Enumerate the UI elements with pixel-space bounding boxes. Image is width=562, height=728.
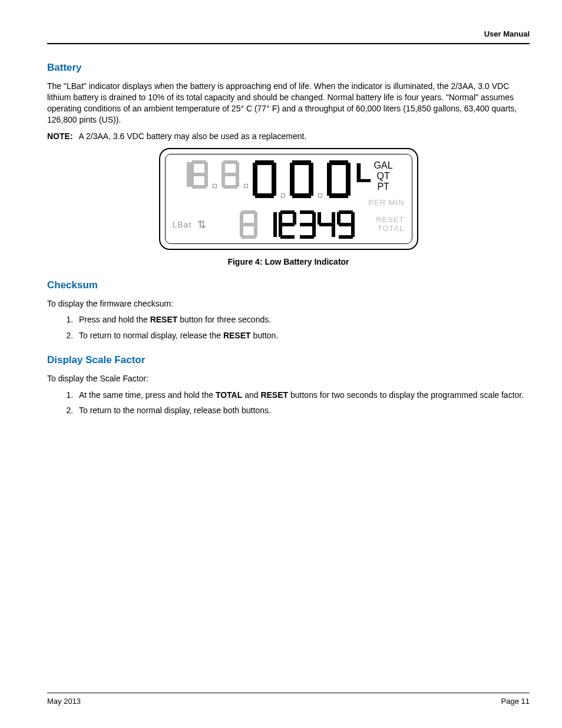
small-digits [240, 210, 355, 239]
decimal-box-icon [213, 184, 217, 188]
heading-battery: Battery [47, 62, 530, 74]
unit-ghost-stack: GAL QT PT [374, 160, 393, 192]
decimal-box-icon [318, 193, 322, 197]
step-text: Press and hold the [79, 315, 150, 324]
big-digit [327, 160, 351, 198]
step-text: button for three seconds. [177, 315, 271, 324]
small-digit [337, 210, 355, 239]
checksum-steps: Press and hold the RESET button for thre… [75, 314, 530, 341]
note-line: NOTE: A 2/3AA, 3.6 VDC battery may also … [47, 131, 530, 141]
lcd-top-row: L GAL QT PT [173, 160, 405, 198]
decimal-box-icon [244, 184, 248, 188]
note-text: A 2/3AA, 3.6 VDC battery may also be use… [79, 131, 307, 141]
header-title: User Manual [484, 29, 530, 38]
unit-active: L [355, 160, 372, 192]
big-digits [253, 160, 351, 198]
step-text: To return to the normal display, release… [79, 406, 271, 415]
small-digit [259, 210, 277, 239]
unit-gal: GAL [374, 160, 393, 171]
lcd-frame: L GAL QT PT PER MIN LBat ⇅ [159, 148, 418, 250]
ghost-digit [190, 160, 208, 189]
small-digit [298, 210, 316, 239]
footer-page: Page 11 [501, 697, 530, 706]
note-label: NOTE: [47, 131, 73, 141]
lcd-inner: L GAL QT PT PER MIN LBat ⇅ [165, 154, 412, 244]
unit-pt: PT [374, 182, 393, 192]
step-text: At the same time, press and hold the [79, 390, 216, 400]
lcd-bottom-row: LBat ⇅ [173, 210, 405, 239]
ghost-digit [222, 160, 239, 189]
page-footer: May 2013 Page 11 [47, 693, 530, 706]
ghost-small-digit [240, 210, 257, 239]
ghost-digits [190, 160, 249, 189]
big-digit [290, 160, 313, 198]
flow-arrows-icon: ⇅ [197, 218, 207, 231]
step-text: button. [251, 331, 279, 340]
lbat-label: LBat [173, 220, 192, 229]
lbat-area: LBat ⇅ [173, 218, 207, 231]
figure-caption: Figure 4: Low Battery Indicator [47, 257, 530, 266]
step-bold: RESET [223, 331, 251, 340]
page-header: User Manual [47, 29, 530, 44]
heading-scale: Display Scale Factor [47, 354, 530, 366]
list-item: At the same time, press and hold the TOT… [75, 389, 530, 401]
step-text: To return to normal display, release the [79, 331, 223, 340]
list-item: Press and hold the RESET button for thre… [75, 314, 530, 325]
checksum-intro: To display the firmware checksum: [47, 298, 530, 309]
list-item: To return to the normal display, release… [75, 404, 530, 416]
scale-steps: At the same time, press and hold the TOT… [75, 389, 530, 417]
ghost-digit [173, 160, 190, 189]
per-min-label: PER MIN [173, 198, 405, 207]
decimal-box-icon [281, 193, 285, 197]
heading-checksum: Checksum [47, 279, 530, 291]
step-text: and [242, 390, 260, 400]
small-digit [279, 210, 296, 239]
small-digit [318, 210, 335, 239]
step-bold: RESET [260, 390, 288, 400]
figure-lcd: L GAL QT PT PER MIN LBat ⇅ [47, 148, 530, 250]
total-label: TOTAL [376, 225, 404, 233]
reset-label: RESET [376, 216, 404, 225]
list-item: To return to normal display, release the… [75, 330, 530, 341]
step-bold: TOTAL [216, 390, 242, 400]
unit-qt: QT [374, 171, 393, 182]
right-labels: RESET TOTAL [376, 216, 404, 233]
big-digit [253, 160, 276, 198]
scale-intro: To display the Scale Factor: [47, 373, 530, 384]
step-text: buttons for two seconds to display the p… [288, 390, 524, 400]
battery-paragraph: The "LBat" indicator displays when the b… [47, 81, 530, 126]
footer-date: May 2013 [47, 697, 81, 706]
step-bold: RESET [150, 315, 178, 324]
